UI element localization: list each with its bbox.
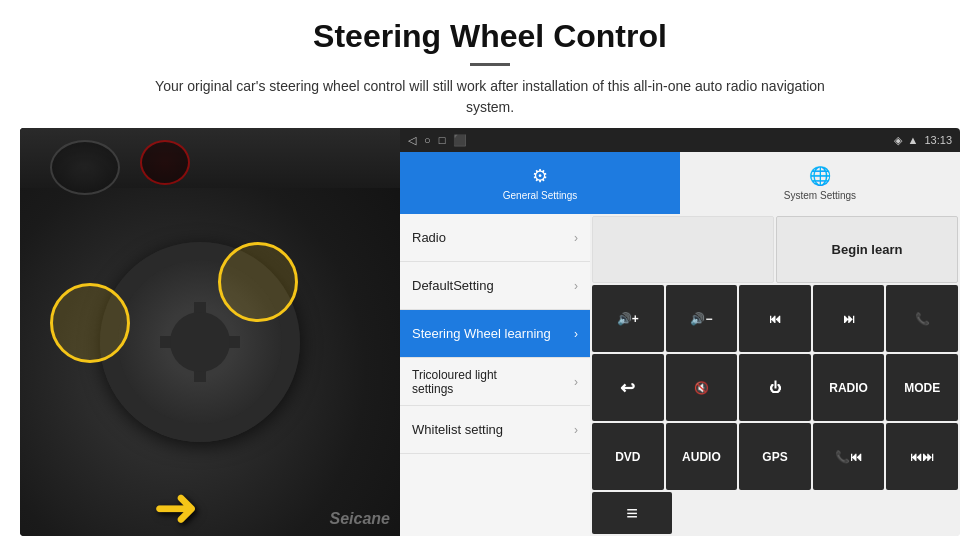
return-button[interactable]: ↩ [592,354,664,421]
home-icon[interactable]: ○ [424,134,431,147]
android-panel: ◁ ○ □ ⬛ ◈ ▲ 13:13 ⚙ General Settings [400,128,960,536]
dvd-label: DVD [615,450,640,464]
volume-down-button[interactable]: 🔊− [666,285,738,352]
tab-bar: ⚙ General Settings 🌐 System Settings [400,152,960,214]
menu-item-radio[interactable]: Radio › [400,214,590,262]
prev-next-button[interactable]: ⏮⏭ [886,423,958,490]
watermark: Seicane [330,510,390,528]
menu-defaultsetting-label: DefaultSetting [412,278,494,293]
menu-item-whitelist[interactable]: Whitelist setting › [400,406,590,454]
volume-down-icon: 🔊− [690,312,712,326]
menu-whitelist-label: Whitelist setting [412,422,503,437]
next-track-icon: ⏭ [843,312,855,326]
ctrl-row-1: Begin learn [592,216,958,283]
back-icon[interactable]: ◁ [408,134,416,147]
menu-item-tricoloured[interactable]: Tricoloured lightsettings › [400,358,590,406]
mode-button[interactable]: MODE [886,354,958,421]
menu-radio-label: Radio [412,230,446,245]
page-container: Steering Wheel Control Your original car… [0,0,980,546]
ctrl-row-5: ≡ [592,492,958,534]
prev-track-icon: ⏮ [769,312,781,326]
wifi-icon: ▲ [908,134,919,146]
radio-button[interactable]: RADIO [813,354,885,421]
power-button[interactable]: ⏻ [739,354,811,421]
menu-icon[interactable]: ⬛ [453,134,467,147]
begin-learn-button[interactable]: Begin learn [776,216,958,283]
page-title: Steering Wheel Control [40,18,940,55]
mute-button[interactable]: 🔇 [666,354,738,421]
steering-wheel-image: ➜ Seicane [20,128,400,536]
control-panel: Begin learn 🔊+ 🔊− ⏮ [590,214,960,536]
ctrl-row-2: 🔊+ 🔊− ⏮ ⏭ 📞 [592,285,958,352]
menu-item-steering-wheel[interactable]: Steering Wheel learning › [400,310,590,358]
system-settings-icon: 🌐 [809,165,831,187]
hamburger-button[interactable]: ≡ [592,492,672,534]
general-settings-icon: ⚙ [532,165,548,187]
power-icon: ⏻ [769,381,781,395]
menu-tricoloured-label: Tricoloured lightsettings [412,368,497,396]
right-button-highlight [218,242,298,322]
header-section: Steering Wheel Control Your original car… [0,0,980,128]
radio-label: RADIO [829,381,868,395]
audio-button[interactable]: AUDIO [666,423,738,490]
status-time: 13:13 [924,134,952,146]
menu-steering-chevron: › [574,327,578,341]
menu-radio-chevron: › [574,231,578,245]
car-image-section: ➜ Seicane [20,128,400,536]
next-track-button[interactable]: ⏭ [813,285,885,352]
tab-system-settings[interactable]: 🌐 System Settings [680,152,960,214]
rpm-gauge [140,140,190,185]
recents-icon[interactable]: □ [439,134,446,147]
volume-up-button[interactable]: 🔊+ [592,285,664,352]
android-main: Radio › DefaultSetting › Steering Wheel … [400,214,960,536]
phone-button[interactable]: 📞 [886,285,958,352]
volume-up-icon: 🔊+ [617,312,639,326]
ctrl-empty-slot [592,216,774,283]
gps-icon: ◈ [894,134,902,147]
tab-general-label: General Settings [503,190,578,201]
gps-button[interactable]: GPS [739,423,811,490]
phone-prev-button[interactable]: 📞⏮ [813,423,885,490]
dvd-button[interactable]: DVD [592,423,664,490]
sw-center-hub [170,312,230,372]
tab-general-settings[interactable]: ⚙ General Settings [400,152,680,214]
phone-icon: 📞 [915,312,930,326]
menu-defaultsetting-chevron: › [574,279,578,293]
menu-tricoloured-chevron: › [574,375,578,389]
page-subtitle: Your original car's steering wheel contr… [140,76,840,118]
content-area: ➜ Seicane ◁ ○ □ ⬛ ◈ ▲ 13:13 [0,128,980,546]
left-button-highlight [50,283,130,363]
menu-item-defaultsetting[interactable]: DefaultSetting › [400,262,590,310]
gps-label: GPS [762,450,787,464]
audio-label: AUDIO [682,450,721,464]
statusbar-right: ◈ ▲ 13:13 [894,134,952,147]
statusbar-nav-icons: ◁ ○ □ ⬛ [408,134,467,147]
return-icon: ↩ [620,377,635,399]
prev-next-icon: ⏮⏭ [910,450,934,464]
hamburger-icon: ≡ [626,502,638,525]
tab-system-label: System Settings [784,190,856,201]
prev-track-button[interactable]: ⏮ [739,285,811,352]
menu-list: Radio › DefaultSetting › Steering Wheel … [400,214,590,536]
menu-steering-label: Steering Wheel learning [412,326,551,341]
mute-icon: 🔇 [694,381,709,395]
phone-prev-icon: 📞⏮ [835,450,862,464]
ctrl-row-4: DVD AUDIO GPS 📞⏮ ⏮⏭ [592,423,958,490]
speedometer [50,140,120,195]
menu-whitelist-chevron: › [574,423,578,437]
android-statusbar: ◁ ○ □ ⬛ ◈ ▲ 13:13 [400,128,960,152]
mode-label: MODE [904,381,940,395]
title-divider [470,63,510,66]
ctrl-row-3: ↩ 🔇 ⏻ RADIO MODE [592,354,958,421]
